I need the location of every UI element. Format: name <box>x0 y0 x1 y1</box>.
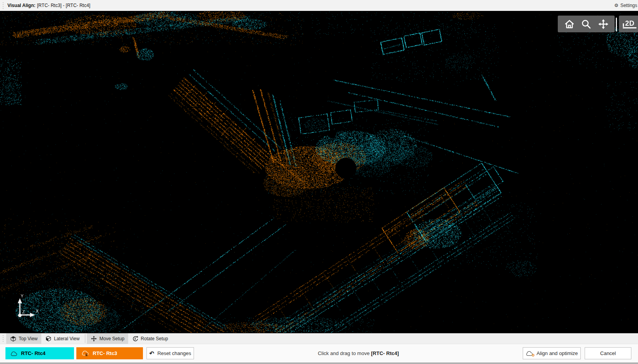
settings-button[interactable]: ⚙ Settings <box>614 3 638 8</box>
axis-origin-icon <box>18 314 22 317</box>
pan-icon[interactable] <box>598 19 609 30</box>
visual-align-window: Visual Align:[RTC- Rtc3] - [RTC- Rtc4] ⚙… <box>0 0 638 364</box>
point-cloud-viewport[interactable]: 2D Y Z X <box>0 11 638 333</box>
align-label: Align and optimize <box>536 350 578 356</box>
cloud-optimize-icon: ⚙ <box>525 350 533 356</box>
cube-side-icon <box>45 336 51 342</box>
gear-icon: ⚙ <box>614 3 619 8</box>
tab-top-view[interactable]: Top View <box>6 333 41 344</box>
home-icon[interactable] <box>564 19 575 30</box>
header-bar: Visual Align:[RTC- Rtc3] - [RTC- Rtc4] ⚙… <box>0 0 638 11</box>
cancel-button[interactable]: Cancel <box>585 347 631 359</box>
drag-hint-text: Click and drag to move [RTC- Rtc4] <box>194 350 523 356</box>
move-icon <box>91 336 97 342</box>
2d-axis-tick-icon <box>623 23 624 27</box>
cube-top-icon <box>10 336 16 342</box>
gear-mini-icon: ⚙ <box>531 353 535 357</box>
cancel-label: Cancel <box>600 350 616 356</box>
tab-label: Move Setup <box>99 336 124 341</box>
axis-y-label: Y <box>21 294 24 298</box>
viewport-toolbar <box>558 16 615 32</box>
tab-label: Top View <box>19 336 37 341</box>
tabbar-drag-handle-icon[interactable] <box>2 335 4 342</box>
axis-orientation-widget: Y Z X <box>14 293 42 319</box>
tab-separator <box>85 334 85 343</box>
window-bottom-edge <box>0 362 638 364</box>
undo-icon: ↶ <box>149 350 154 356</box>
zoom-icon[interactable] <box>581 19 592 30</box>
drag-handle-icon[interactable] <box>2 2 4 9</box>
axis-x-arrow-icon <box>30 313 35 317</box>
view-tab-bar: Top View Lateral View Move Setup <box>0 333 638 344</box>
axis-x-label: X <box>36 309 39 313</box>
drag-hint-target: [RTC- Rtc4] <box>371 350 399 356</box>
tab-move-setup[interactable]: Move Setup <box>87 333 128 344</box>
cloud-icon <box>10 351 18 356</box>
scan-button-rtc4[interactable]: RTC- Rtc4 <box>5 347 74 359</box>
settings-label: Settings <box>620 3 637 8</box>
scan-label: RTC- Rtc4 <box>21 350 46 356</box>
page-title-label: Visual Align: <box>7 3 35 8</box>
tab-lateral-view[interactable]: Lateral View <box>41 333 83 344</box>
axis-z-label: Z <box>22 309 25 314</box>
tab-label: Rotate Setup <box>141 336 168 341</box>
scan-button-rtc3[interactable]: RTC- Rtc3 <box>76 347 143 359</box>
reset-changes-button[interactable]: ↶ Reset changes <box>146 347 194 359</box>
tab-label: Lateral View <box>54 336 79 341</box>
toolbar-separator <box>616 18 617 32</box>
rotate-icon <box>132 336 138 342</box>
reset-label: Reset changes <box>157 350 191 356</box>
cloud-lock-icon <box>81 350 89 357</box>
point-cloud-canvas[interactable] <box>0 11 638 333</box>
2d-mode-button[interactable]: 2D <box>619 16 638 32</box>
page-title: Visual Align:[RTC- Rtc3] - [RTC- Rtc4] <box>7 3 90 8</box>
2d-mode-label: 2D <box>625 20 634 27</box>
tab-rotate-setup[interactable]: Rotate Setup <box>128 333 172 344</box>
page-title-value: [RTC- Rtc3] - [RTC- Rtc4] <box>37 3 90 8</box>
align-and-optimize-button[interactable]: ⚙ Align and optimize <box>523 347 581 359</box>
scan-label: RTC- Rtc3 <box>93 350 117 356</box>
action-bar: RTC- Rtc4 RTC- Rtc3 ↶ Reset changes Clic… <box>0 344 638 362</box>
axis-y-arrow-icon <box>18 298 22 303</box>
